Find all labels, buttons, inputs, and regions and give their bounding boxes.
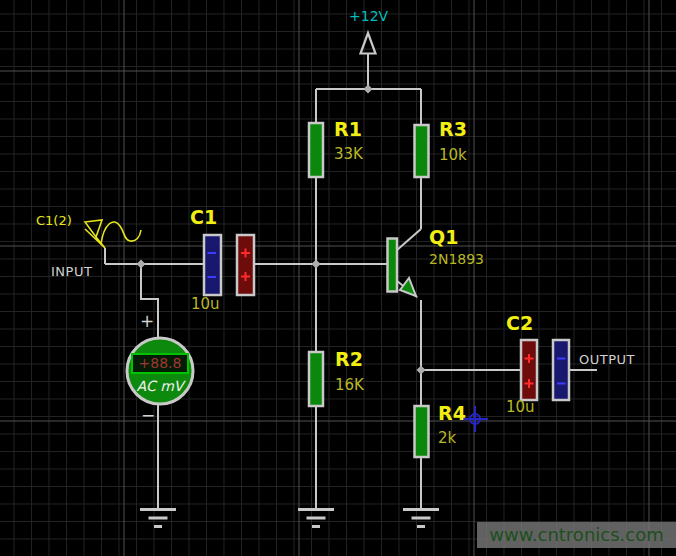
- c2-value-label[interactable]: 10u: [506, 399, 535, 416]
- probe-label[interactable]: C1(2): [36, 214, 72, 228]
- input-port-label[interactable]: INPUT: [51, 265, 92, 279]
- power-terminal-12v[interactable]: [361, 33, 376, 54]
- wire-input[interactable]: [105, 248, 204, 264]
- r3-value-label[interactable]: 10k: [439, 147, 467, 164]
- transistor-q1[interactable]: [388, 229, 422, 297]
- junction-dots: [137, 85, 426, 375]
- r3-ref-label[interactable]: R3: [439, 119, 467, 140]
- r2-ref-label[interactable]: R2: [335, 349, 363, 370]
- power-label[interactable]: +12V: [349, 9, 388, 24]
- c2-ref-label[interactable]: C2: [506, 313, 533, 334]
- resistor-r3[interactable]: [415, 125, 429, 177]
- sine-wave-icon: [101, 222, 141, 244]
- c1-ref-label[interactable]: C1: [190, 207, 217, 228]
- r4-value-label[interactable]: 2k: [438, 430, 456, 447]
- meter-minus-terminal: −: [141, 406, 155, 425]
- meter-plus-terminal: +: [140, 312, 154, 331]
- meter-reading: +88.8: [131, 353, 189, 374]
- q1-ref-label[interactable]: Q1: [429, 227, 458, 248]
- c1-value-label[interactable]: 10u: [191, 296, 220, 313]
- cursor-crosshair-icon: [462, 406, 488, 432]
- ground-symbol[interactable]: [403, 510, 439, 527]
- ground-symbol[interactable]: [298, 510, 334, 527]
- schematic-drawing: [0, 0, 676, 556]
- schematic-canvas[interactable]: +12V C1(2) INPUT OUTPUT R1 33K R3 10k R2…: [0, 0, 676, 556]
- r1-ref-label[interactable]: R1: [334, 119, 362, 140]
- voltage-probe[interactable]: [85, 220, 141, 248]
- capacitor-c2[interactable]: [521, 340, 569, 400]
- q1-value-label[interactable]: 2N1893: [429, 252, 484, 267]
- resistor-r1[interactable]: [309, 123, 323, 177]
- r1-value-label[interactable]: 33K: [334, 146, 363, 163]
- watermark: www.cntronics.com: [477, 522, 676, 548]
- resistor-r4[interactable]: [415, 406, 429, 457]
- ground-symbol[interactable]: [140, 510, 176, 527]
- meter-mode-label: AC mV: [126, 378, 194, 394]
- capacitor-c1[interactable]: [204, 235, 254, 295]
- output-port-label[interactable]: OUTPUT: [579, 353, 635, 367]
- r2-value-label[interactable]: 16K: [335, 377, 364, 394]
- r4-ref-label[interactable]: R4: [438, 403, 466, 424]
- resistor-r2[interactable]: [309, 352, 323, 406]
